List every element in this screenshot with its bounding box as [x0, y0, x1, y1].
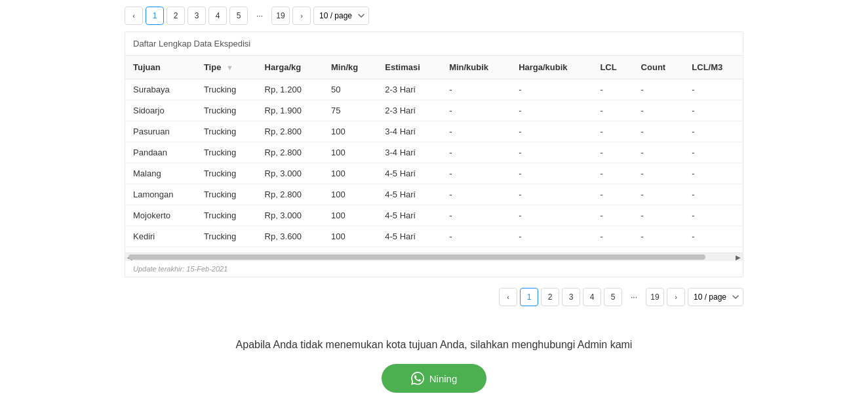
cell-tipe: Trucking: [196, 79, 257, 100]
table-row: MalangTruckingRp, 3.0001004-5 Hari-----: [125, 163, 743, 184]
cell-tipe: Trucking: [196, 205, 257, 226]
cell-tipe: Trucking: [196, 142, 257, 163]
cell-harga_kubik: -: [511, 205, 592, 226]
cell-count: -: [633, 163, 684, 184]
table-wrapper[interactable]: Tujuan Tipe ▼ Harga/kg Min/kg Estimasi M…: [125, 56, 743, 252]
cell-tipe: Trucking: [196, 163, 257, 184]
cell-harga_kg: Rp, 2.800: [257, 142, 323, 163]
cell-tujuan: Jombang: [125, 247, 196, 253]
cell-min_kg: 100: [323, 205, 377, 226]
cell-harga_kg: Rp, 2.800: [257, 184, 323, 205]
prev-page-top[interactable]: ‹: [125, 7, 143, 25]
nining-button[interactable]: Nining: [382, 364, 486, 393]
page-size-select-bottom[interactable]: 10 / page 20 / page 50 / page: [688, 288, 743, 306]
cell-count: -: [633, 142, 684, 163]
cell-lcl: -: [592, 79, 633, 100]
cell-estimasi: 4-5 Hari: [377, 163, 441, 184]
cell-lcl: -: [592, 163, 633, 184]
pagination-dots-bottom: ···: [625, 288, 643, 306]
next-page-bottom[interactable]: ›: [667, 288, 685, 306]
cell-tipe: Trucking: [196, 247, 257, 253]
data-table: Tujuan Tipe ▼ Harga/kg Min/kg Estimasi M…: [125, 56, 743, 252]
cell-tujuan: Sidoarjo: [125, 100, 196, 121]
cell-estimasi: 2-3 Hari: [377, 100, 441, 121]
cell-harga_kg: Rp, 1.200: [257, 79, 323, 100]
table-row: PasuruanTruckingRp, 2.8001003-4 Hari----…: [125, 121, 743, 142]
cell-tipe: Trucking: [196, 184, 257, 205]
cell-harga_kubik: -: [511, 142, 592, 163]
cell-lcl_m3: -: [684, 163, 743, 184]
pagination-bottom: ‹ 1 2 3 4 5 ··· 19 › 10 / page 20 / page…: [125, 288, 743, 306]
pagination-top: ‹ 1 2 3 4 5 ··· 19 › 10 / page 20 / page…: [125, 7, 743, 25]
cell-lcl: -: [592, 142, 633, 163]
cell-tujuan: Surabaya: [125, 79, 196, 100]
cell-estimasi: 2-3 Hari: [377, 79, 441, 100]
page-5-top[interactable]: 5: [229, 7, 248, 25]
cell-lcl: -: [592, 184, 633, 205]
cell-harga_kg: Rp, 3.000: [257, 205, 323, 226]
cell-min_kg: 100: [323, 121, 377, 142]
horizontal-scrollbar[interactable]: ◀ ▶: [125, 252, 743, 260]
cell-lcl: -: [592, 100, 633, 121]
col-harga-kubik: Harga/kubik: [511, 56, 592, 79]
cell-harga_kubik: -: [511, 100, 592, 121]
cell-harga_kubik: -: [511, 121, 592, 142]
cell-estimasi: 4-5 Hari: [377, 226, 441, 247]
page-4-top[interactable]: 4: [208, 7, 227, 25]
cell-count: -: [633, 100, 684, 121]
scrollbar-thumb[interactable]: [128, 254, 705, 260]
cell-estimasi: 4-5 Hari: [377, 184, 441, 205]
page-3-top[interactable]: 3: [187, 7, 206, 25]
col-min-kubik: Min/kubik: [441, 56, 511, 79]
page-size-select-top[interactable]: 10 / page 20 / page 50 / page: [313, 7, 369, 25]
last-page-top[interactable]: 19: [271, 7, 290, 25]
scrollbar-right-arrow[interactable]: ▶: [734, 253, 743, 260]
page-1-bottom[interactable]: 1: [520, 288, 538, 306]
cell-min_kg: 100: [323, 226, 377, 247]
prev-page-bottom[interactable]: ‹: [499, 288, 517, 306]
cell-min_kg: 100: [323, 247, 377, 253]
cell-min_kubik: -: [441, 163, 511, 184]
col-lcl-m3: LCL/M3: [684, 56, 743, 79]
cell-tujuan: Lamongan: [125, 184, 196, 205]
cell-lcl_m3: -: [684, 100, 743, 121]
cell-count: -: [633, 121, 684, 142]
page-5-bottom[interactable]: 5: [604, 288, 622, 306]
cell-lcl: -: [592, 205, 633, 226]
page-3-bottom[interactable]: 3: [562, 288, 580, 306]
cell-tujuan: Pasuruan: [125, 121, 196, 142]
cell-harga_kg: Rp, 3.000: [257, 163, 323, 184]
bottom-message: Apabila Anda tidak menemukan kota tujuan…: [125, 339, 743, 351]
cell-harga_kubik: -: [511, 247, 592, 253]
cell-lcl_m3: -: [684, 205, 743, 226]
page-2-top[interactable]: 2: [167, 7, 185, 25]
cell-estimasi: 4-5 Hari: [377, 247, 441, 253]
col-lcl: LCL: [592, 56, 633, 79]
cell-tipe: Trucking: [196, 121, 257, 142]
table-row: SurabayaTruckingRp, 1.200502-3 Hari-----: [125, 79, 743, 100]
cell-tujuan: Malang: [125, 163, 196, 184]
page-1-top[interactable]: 1: [146, 7, 164, 25]
cell-tujuan: Pandaan: [125, 142, 196, 163]
cell-min_kg: 100: [323, 163, 377, 184]
table-row: KediriTruckingRp, 3.6001004-5 Hari-----: [125, 226, 743, 247]
nining-label: Nining: [429, 373, 458, 384]
cell-estimasi: 3-4 Hari: [377, 142, 441, 163]
filter-icon: ▼: [226, 64, 233, 71]
cell-count: -: [633, 226, 684, 247]
update-text: Update terakhir: 15-Feb-2021: [125, 260, 743, 277]
col-tipe[interactable]: Tipe ▼: [196, 56, 257, 79]
page-4-bottom[interactable]: 4: [583, 288, 601, 306]
cell-count: -: [633, 205, 684, 226]
cell-lcl: -: [592, 247, 633, 253]
cell-min_kg: 100: [323, 184, 377, 205]
table-title: Daftar Lengkap Data Ekspedisi: [125, 32, 743, 56]
cell-min_kg: 75: [323, 100, 377, 121]
page-2-bottom[interactable]: 2: [541, 288, 559, 306]
cell-min_kubik: -: [441, 184, 511, 205]
table-row: JombangTruckingRp, 3.0001004-5 Hari-----: [125, 247, 743, 253]
cell-min_kubik: -: [441, 100, 511, 121]
last-page-bottom[interactable]: 19: [646, 288, 664, 306]
next-page-top[interactable]: ›: [292, 7, 311, 25]
col-min-kg: Min/kg: [323, 56, 377, 79]
